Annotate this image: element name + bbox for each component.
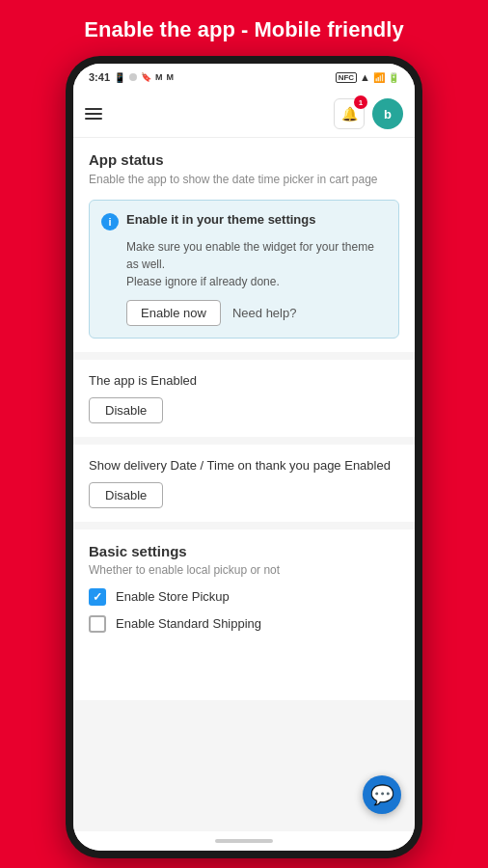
info-box-body: Make sure you enable the widget for your…	[101, 238, 387, 290]
time-display: 3:41	[89, 71, 110, 83]
info-box: i Enable it in your theme settings Make …	[89, 200, 399, 339]
app-status-desc: Enable the app to show the date time pic…	[89, 172, 399, 188]
info-icon: i	[101, 213, 119, 231]
enable-store-pickup-label: Enable Store Pickup	[116, 589, 230, 604]
notification-bell-button[interactable]: 🔔 1	[334, 98, 365, 129]
bell-badge: 1	[354, 95, 367, 109]
phone-bottom-bar	[73, 831, 415, 851]
page-title: Enable the app - Mobile friendly	[0, 0, 488, 56]
need-help-link[interactable]: Need help?	[232, 306, 297, 320]
basic-settings-desc: Whether to enable local pickup or not	[89, 563, 399, 577]
enable-standard-shipping-label: Enable Standard Shipping	[116, 616, 261, 631]
hamburger-menu-button[interactable]	[85, 108, 102, 120]
enable-store-pickup-row: Enable Store Pickup	[89, 588, 399, 606]
top-nav: 🔔 1 b	[73, 91, 415, 138]
app-status-section: App status Enable the app to show the da…	[73, 138, 415, 352]
enable-now-button[interactable]: Enable now	[126, 300, 221, 326]
disable-delivery-button[interactable]: Disable	[89, 482, 163, 508]
enable-standard-shipping-checkbox[interactable]	[89, 615, 106, 633]
phone-frame: 3:41 📱 🔖 M M NFC ▲ 📶 🔋 🔔	[66, 56, 422, 858]
avatar[interactable]: b	[372, 98, 403, 129]
whatsapp-icon: 📱	[114, 72, 125, 83]
signal-icon: 📶	[373, 72, 385, 83]
delivery-section: Show delivery Date / Time on thank you p…	[73, 445, 415, 522]
app-enabled-section: The app is Enabled Disable	[73, 360, 415, 437]
fab-chat-button[interactable]: 💬	[363, 775, 401, 814]
mail2-icon: M	[167, 72, 175, 82]
content-area: App status Enable the app to show the da…	[73, 138, 415, 831]
enable-store-pickup-checkbox[interactable]	[89, 588, 106, 606]
basic-settings-title: Basic settings	[89, 543, 399, 559]
battery-icon: 🔋	[388, 72, 399, 83]
home-bar	[215, 839, 273, 843]
app-enabled-status: The app is Enabled	[89, 373, 399, 388]
basic-settings-section: Basic settings Whether to enable local p…	[73, 529, 415, 700]
delivery-status-text: Show delivery Date / Time on thank you p…	[89, 458, 399, 473]
bell-icon: 🔔	[341, 106, 358, 122]
nfc-icon: NFC	[336, 72, 357, 83]
mail-icon: M	[155, 72, 163, 82]
bookmark-icon: 🔖	[141, 72, 151, 82]
disable-app-button[interactable]: Disable	[89, 397, 163, 423]
app-status-title: App status	[89, 151, 399, 168]
enable-standard-shipping-row: Enable Standard Shipping	[89, 615, 399, 633]
info-box-title: Enable it in your theme settings	[126, 212, 315, 227]
status-bar: 3:41 📱 🔖 M M NFC ▲ 📶 🔋	[73, 64, 415, 91]
circle-icon	[129, 73, 137, 81]
wifi-icon: ▲	[360, 71, 370, 83]
